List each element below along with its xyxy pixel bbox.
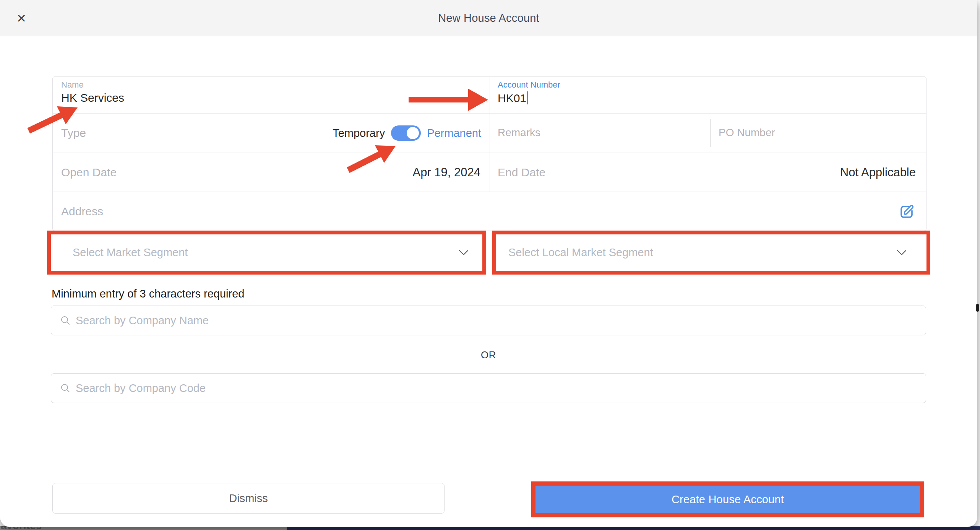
company-code-search-input[interactable] <box>75 382 918 395</box>
name-label: Name <box>61 81 481 89</box>
toggle-knob <box>407 127 419 139</box>
search-icon <box>60 383 70 393</box>
account-number-label: Account Number <box>498 81 918 89</box>
or-label: OR <box>481 349 496 361</box>
dialog-header: ✕ New House Account <box>0 0 977 36</box>
type-row: Type Temporary Permanent <box>53 114 490 153</box>
type-toggle[interactable] <box>391 125 421 141</box>
edit-address-icon[interactable] <box>899 203 915 220</box>
divider-line <box>51 355 465 355</box>
end-date-value: Not Applicable <box>840 166 916 179</box>
permanent-label: Permanent <box>427 127 481 140</box>
end-date-label: End Date <box>498 166 545 179</box>
chevron-down-icon <box>459 250 469 256</box>
account-details-card: Name HK Services Account Number HK01 Typ… <box>52 76 926 231</box>
divider-line <box>512 355 926 355</box>
open-date-value: Apr 19, 2024 <box>412 166 480 179</box>
address-label: Address <box>61 205 103 218</box>
highlight-frame-create-button: Create House Account <box>531 481 924 517</box>
company-code-search[interactable] <box>51 373 926 403</box>
local-market-segment-placeholder: Select Local Market Segment <box>508 246 653 259</box>
dismiss-button[interactable]: Dismiss <box>52 483 445 514</box>
or-divider: OR <box>51 348 926 361</box>
company-name-search[interactable] <box>51 306 926 335</box>
name-field[interactable]: Name HK Services <box>53 77 490 113</box>
type-label: Type <box>61 127 86 140</box>
create-house-account-button[interactable]: Create House Account <box>535 486 920 513</box>
address-row: Address <box>53 192 925 231</box>
market-segment-placeholder: Select Market Segment <box>73 246 188 259</box>
name-value: HK Services <box>61 91 481 104</box>
chevron-down-icon <box>897 250 907 256</box>
local-market-segment-dropdown[interactable]: Select Local Market Segment <box>496 234 926 271</box>
dialog-title: New House Account <box>0 0 977 36</box>
type-toggle-group: Temporary Permanent <box>333 125 481 141</box>
new-house-account-dialog: ✕ New House Account Name HK Services Acc… <box>0 0 977 527</box>
highlight-frame-market-segment: Select Market Segment <box>47 231 486 275</box>
open-date-label: Open Date <box>61 166 117 179</box>
temporary-label: Temporary <box>333 127 385 140</box>
account-number-field[interactable]: Account Number HK01 <box>490 77 926 113</box>
open-date-field[interactable]: Open Date Apr 19, 2024 <box>53 153 490 192</box>
search-icon <box>60 315 70 325</box>
remarks-field[interactable]: Remarks <box>498 127 540 139</box>
remarks-po-row: Remarks PO Number <box>490 114 926 153</box>
dismiss-button-label: Dismiss <box>229 492 268 505</box>
highlight-frame-local-market-segment: Select Local Market Segment <box>492 231 930 275</box>
min-entry-note: Minimum entry of 3 characters required <box>52 288 244 300</box>
company-name-search-input[interactable] <box>75 314 918 327</box>
end-date-field: End Date Not Applicable <box>490 153 926 192</box>
market-segment-dropdown[interactable]: Select Market Segment <box>51 234 482 271</box>
page-scrollbar-thumb[interactable] <box>976 304 979 312</box>
po-number-field[interactable]: PO Number <box>719 127 775 139</box>
text-cursor <box>527 91 528 104</box>
account-number-value: HK01 <box>498 91 918 105</box>
create-button-label: Create House Account <box>672 493 784 506</box>
remarks-po-divider <box>710 119 711 147</box>
